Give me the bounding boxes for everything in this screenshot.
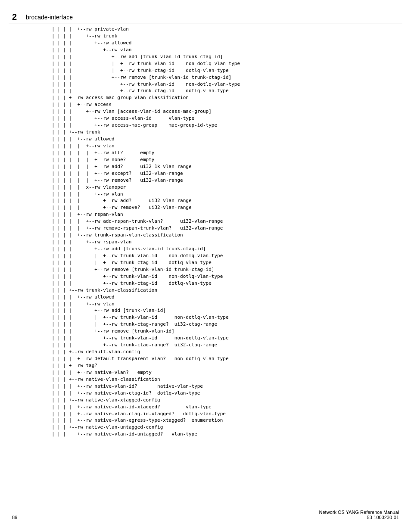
top-divider — [9, 24, 402, 24]
page-number: 2 — [12, 12, 17, 22]
code-content: | | | | +--rw private-vlan | | | | +--rw… — [52, 26, 402, 438]
footer-doc-number: 53-1003230-01 — [367, 515, 399, 520]
footer-page-number: 86 — [12, 515, 17, 520]
footer-doc-title: Network OS YANG Reference Manual — [319, 510, 399, 515]
page-title: brocade-interface — [26, 14, 73, 21]
footer-doc-info: Network OS YANG Reference Manual 53-1003… — [319, 510, 399, 520]
